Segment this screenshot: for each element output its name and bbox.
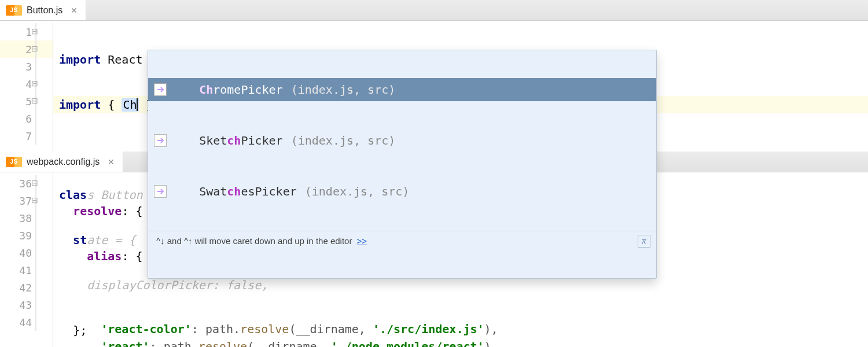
gutter: 1 ⊟ 2 ⊟ 3 4 ⊟ 5 ⊟ 6 7 bbox=[0, 21, 53, 152]
gutter: 36⊟ 37⊟ 38 39 40 41 42 43 44 bbox=[0, 172, 53, 347]
gutter-line: 3 bbox=[0, 58, 53, 75]
editor-webpack-config[interactable]: 36⊟ 37⊟ 38 39 40 41 42 43 44 resolve: { … bbox=[0, 172, 868, 347]
gutter-line: 5 ⊟ bbox=[0, 93, 53, 110]
fold-marker-icon[interactable]: ⊟ bbox=[31, 97, 41, 106]
code-area[interactable]: import React from 'react' import { Ch } … bbox=[53, 21, 868, 152]
symbol-kind-icon bbox=[154, 134, 167, 147]
caret-icon bbox=[137, 98, 138, 111]
code-line: alias: { bbox=[53, 248, 868, 265]
code-line: 'react-color': path.resolve(__dirname, '… bbox=[53, 320, 868, 338]
fold-marker-icon[interactable]: ⊟ bbox=[31, 196, 41, 205]
gutter-line: 42 bbox=[0, 279, 53, 296]
gutter-line: 6 bbox=[0, 110, 53, 127]
gutter-line: 43 bbox=[0, 296, 53, 313]
code-line: resolve: { bbox=[53, 202, 868, 220]
symbol-kind-icon bbox=[154, 83, 167, 96]
tab-button-js[interactable]: JS Button.js ✕ bbox=[0, 0, 86, 20]
gutter-line: 39 bbox=[0, 227, 53, 244]
fold-marker-icon[interactable]: ⊟ bbox=[31, 27, 41, 36]
close-icon[interactable]: ✕ bbox=[71, 6, 78, 15]
gutter-line: 4 ⊟ bbox=[0, 75, 53, 93]
gutter-line: 40 bbox=[0, 244, 53, 261]
tab-bar-1: JS Button.js ✕ bbox=[0, 0, 868, 21]
gutter-line: 37⊟ bbox=[0, 192, 53, 209]
fold-marker-icon[interactable]: ⊟ bbox=[31, 45, 41, 54]
code-line: 'react': path.resolve(__dirname, './node… bbox=[53, 338, 868, 347]
code-area[interactable]: resolve: { alias: { 'react-color': path.… bbox=[53, 172, 868, 347]
js-file-icon: JS bbox=[6, 5, 22, 16]
gutter-line: 38 bbox=[0, 209, 53, 227]
tab-label: Button.js bbox=[27, 5, 62, 16]
gutter-line: 7 bbox=[0, 127, 53, 145]
gutter-line: 36⊟ bbox=[0, 175, 53, 192]
gutter-line: 44 bbox=[0, 313, 53, 331]
gutter-line: 2 ⊟ bbox=[0, 40, 53, 58]
fold-marker-icon[interactable]: ⊟ bbox=[31, 179, 41, 188]
editor-button-js[interactable]: 1 ⊟ 2 ⊟ 3 4 ⊟ 5 ⊟ 6 7 import React from … bbox=[0, 21, 868, 152]
gutter-line: 1 ⊟ bbox=[0, 23, 53, 40]
fold-marker-icon[interactable]: ⊟ bbox=[31, 79, 41, 88]
gutter-line: 41 bbox=[0, 261, 53, 279]
autocomplete-item[interactable]: ChromePicker (index.js, src) bbox=[148, 78, 656, 101]
js-file-icon: JS bbox=[6, 157, 22, 167]
autocomplete-item[interactable]: SketchPicker (index.js, src) bbox=[148, 129, 656, 152]
